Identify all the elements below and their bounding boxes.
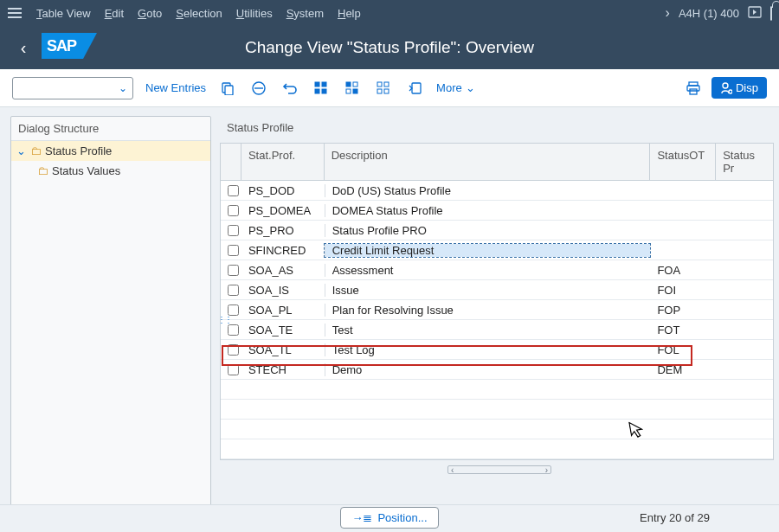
folder-icon: 🗀	[37, 164, 48, 177]
menu-table-view[interactable]: Table View	[36, 7, 91, 20]
row-checkbox[interactable]	[228, 364, 239, 375]
cell-stat-prof[interactable]: PS_DOMEA	[241, 204, 325, 217]
menu-utilities[interactable]: Utilities	[236, 7, 273, 20]
toolbar: ⌄ New Entries More⌄ Disp	[0, 69, 779, 107]
row-checkbox[interactable]	[228, 324, 239, 336]
delete-icon[interactable]	[249, 80, 268, 96]
dialog-structure-tree: Dialog Structure ⌄ 🗀 Status Profile 🗀 St…	[10, 116, 211, 514]
more-button[interactable]: More⌄	[436, 81, 475, 94]
deselect-all-icon[interactable]	[374, 81, 393, 95]
cell-description[interactable]: Status Profile PRO	[325, 224, 651, 237]
tree-header: Dialog Structure	[11, 117, 210, 141]
menu-help[interactable]: Help	[338, 7, 361, 20]
cell-description[interactable]: DOMEA Status Profile	[325, 204, 651, 217]
horizontal-scrollbar[interactable]: ‹›	[447, 465, 551, 474]
table-row[interactable]: SFINCREDCredit Limit Request	[221, 240, 773, 260]
row-checkbox[interactable]	[228, 344, 239, 356]
svg-rect-10	[346, 82, 351, 87]
cell-stat-prof[interactable]: SFINCRED	[241, 244, 325, 257]
col-description[interactable]: Description	[325, 144, 651, 180]
cell-statusot[interactable]: FOL	[650, 343, 716, 356]
cell-description[interactable]: Credit Limit Request	[325, 244, 651, 257]
table-row[interactable]: STECHDemoDEM	[221, 360, 773, 380]
menu-selection[interactable]: Selection	[176, 7, 222, 20]
table-row[interactable]: PS_PROStatus Profile PRO	[221, 221, 773, 240]
cell-description[interactable]: Issue	[325, 284, 651, 297]
position-button[interactable]: →≣Position...	[340, 507, 438, 529]
cell-description[interactable]: DoD (US) Status Profile	[325, 184, 651, 197]
svg-rect-11	[353, 82, 357, 87]
table-row[interactable]: SOA_PLPlan for Resolving IssueFOP	[221, 300, 773, 320]
row-drag-handle[interactable]: ⋮⋮	[217, 315, 231, 324]
cell-stat-prof[interactable]: STECH	[241, 363, 325, 376]
row-checkbox[interactable]	[228, 205, 239, 216]
command-field-icon[interactable]	[748, 6, 762, 21]
config-icon[interactable]	[405, 81, 424, 95]
table-row-empty	[221, 420, 773, 439]
select-all-icon[interactable]	[312, 81, 331, 95]
cell-statusot[interactable]: FOP	[650, 304, 716, 317]
cell-statusot[interactable]: FOT	[650, 324, 716, 337]
cell-description[interactable]: Test	[325, 324, 651, 337]
table-row[interactable]: SOA_TLTest LogFOL	[221, 340, 773, 360]
svg-rect-7	[322, 82, 326, 87]
svg-rect-13	[353, 89, 357, 93]
table-row[interactable]: SOA_ISIssueFOI	[221, 280, 773, 300]
table-header: Stat.Prof. Description StatusOT Status P…	[221, 144, 773, 181]
cell-stat-prof[interactable]: PS_DOD	[241, 184, 325, 197]
table-row[interactable]: SOA_TETestFOT	[221, 320, 773, 340]
cell-stat-prof[interactable]: SOA_AS	[241, 264, 325, 277]
tree-node-label: Status Profile	[45, 144, 112, 157]
row-checkbox[interactable]	[228, 304, 239, 316]
tree-node-status-values[interactable]: 🗀 Status Values	[11, 161, 210, 181]
svg-rect-8	[315, 89, 319, 93]
back-button[interactable]: ‹	[12, 36, 35, 59]
cell-statusot[interactable]: DEM	[650, 363, 716, 376]
cell-description[interactable]: Assessment	[325, 264, 651, 277]
svg-point-22	[723, 83, 728, 88]
col-stat-prof[interactable]: Stat.Prof.	[241, 144, 325, 180]
cell-description[interactable]: Demo	[325, 363, 651, 376]
table-row[interactable]: PS_DODDoD (US) Status Profile	[221, 181, 773, 201]
svg-rect-17	[384, 89, 389, 93]
row-checkbox[interactable]	[228, 265, 239, 276]
variant-select[interactable]: ⌄	[12, 77, 133, 99]
col-statusot[interactable]: StatusOT	[650, 144, 716, 180]
table-row[interactable]: PS_DOMEADOMEA Status Profile	[221, 201, 773, 221]
menu-icon[interactable]	[7, 5, 23, 21]
svg-rect-6	[315, 82, 319, 87]
svg-text:SAP: SAP	[47, 37, 77, 54]
unlock-icon[interactable]	[770, 7, 772, 20]
entry-count-label: Entry 20 of 29	[640, 511, 710, 524]
cell-stat-prof[interactable]: SOA_IS	[241, 284, 325, 297]
tree-node-status-profile[interactable]: ⌄ 🗀 Status Profile	[11, 141, 210, 161]
row-checkbox[interactable]	[228, 225, 239, 236]
footer-bar: →≣Position... Entry 20 of 29	[0, 504, 779, 530]
row-checkbox[interactable]	[228, 185, 239, 196]
display-button[interactable]: Disp	[711, 77, 767, 99]
table-row[interactable]: SOA_ASAssessmentFOA	[221, 260, 773, 280]
chevron-right-icon[interactable]: ›	[666, 5, 670, 21]
menu-system[interactable]: System	[286, 7, 324, 20]
select-block-icon[interactable]	[343, 81, 362, 95]
new-entries-button[interactable]: New Entries	[145, 81, 206, 94]
cell-statusot[interactable]: FOA	[650, 264, 716, 277]
col-status-pr[interactable]: Status Pr	[716, 144, 773, 180]
cell-stat-prof[interactable]: PS_PRO	[241, 224, 325, 237]
cell-description[interactable]: Plan for Resolving Issue	[325, 304, 651, 317]
top-bar: Table ViewEditGotoSelectionUtilitiesSyst…	[0, 0, 779, 26]
cell-description[interactable]: Test Log	[325, 343, 651, 356]
row-checkbox[interactable]	[228, 285, 239, 296]
cell-statusot[interactable]: FOI	[650, 284, 716, 297]
menu-goto[interactable]: Goto	[138, 7, 162, 20]
svg-point-23	[729, 90, 732, 93]
col-checkbox	[221, 144, 241, 180]
copy-icon[interactable]	[218, 81, 237, 95]
cell-stat-prof[interactable]: SOA_TL	[241, 343, 325, 356]
cell-stat-prof[interactable]: SOA_PL	[241, 304, 325, 317]
row-checkbox[interactable]	[228, 245, 239, 256]
menu-edit[interactable]: Edit	[105, 7, 124, 20]
print-icon[interactable]	[684, 81, 703, 95]
cell-stat-prof[interactable]: SOA_TE	[241, 324, 325, 337]
undo-icon[interactable]	[280, 81, 299, 95]
